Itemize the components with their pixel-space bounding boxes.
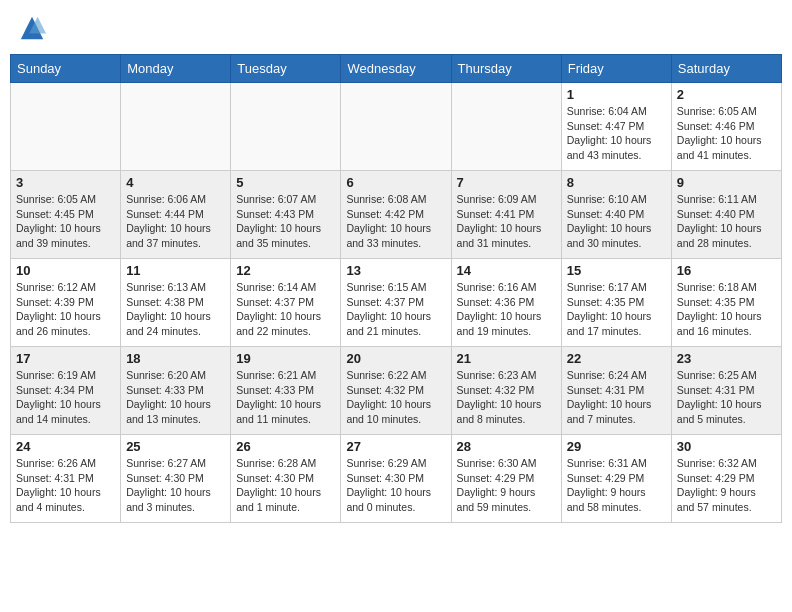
day-number: 17 [16,351,115,366]
calendar-cell: 16Sunrise: 6:18 AM Sunset: 4:35 PM Dayli… [671,259,781,347]
day-info: Sunrise: 6:32 AM Sunset: 4:29 PM Dayligh… [677,456,776,515]
weekday-header-sunday: Sunday [11,55,121,83]
day-number: 2 [677,87,776,102]
calendar-cell [11,83,121,171]
day-info: Sunrise: 6:06 AM Sunset: 4:44 PM Dayligh… [126,192,225,251]
weekday-header-row: SundayMondayTuesdayWednesdayThursdayFrid… [11,55,782,83]
day-info: Sunrise: 6:25 AM Sunset: 4:31 PM Dayligh… [677,368,776,427]
day-number: 1 [567,87,666,102]
weekday-header-friday: Friday [561,55,671,83]
calendar-cell: 18Sunrise: 6:20 AM Sunset: 4:33 PM Dayli… [121,347,231,435]
calendar-cell: 28Sunrise: 6:30 AM Sunset: 4:29 PM Dayli… [451,435,561,523]
day-number: 18 [126,351,225,366]
calendar-cell: 21Sunrise: 6:23 AM Sunset: 4:32 PM Dayli… [451,347,561,435]
calendar-cell: 17Sunrise: 6:19 AM Sunset: 4:34 PM Dayli… [11,347,121,435]
day-info: Sunrise: 6:08 AM Sunset: 4:42 PM Dayligh… [346,192,445,251]
day-info: Sunrise: 6:04 AM Sunset: 4:47 PM Dayligh… [567,104,666,163]
calendar-cell: 11Sunrise: 6:13 AM Sunset: 4:38 PM Dayli… [121,259,231,347]
calendar-cell: 22Sunrise: 6:24 AM Sunset: 4:31 PM Dayli… [561,347,671,435]
day-info: Sunrise: 6:19 AM Sunset: 4:34 PM Dayligh… [16,368,115,427]
day-info: Sunrise: 6:11 AM Sunset: 4:40 PM Dayligh… [677,192,776,251]
day-number: 23 [677,351,776,366]
calendar-week-3: 10Sunrise: 6:12 AM Sunset: 4:39 PM Dayli… [11,259,782,347]
calendar-cell [341,83,451,171]
day-number: 27 [346,439,445,454]
day-number: 13 [346,263,445,278]
day-info: Sunrise: 6:26 AM Sunset: 4:31 PM Dayligh… [16,456,115,515]
day-number: 8 [567,175,666,190]
calendar-cell: 10Sunrise: 6:12 AM Sunset: 4:39 PM Dayli… [11,259,121,347]
day-info: Sunrise: 6:16 AM Sunset: 4:36 PM Dayligh… [457,280,556,339]
day-number: 29 [567,439,666,454]
calendar-cell: 26Sunrise: 6:28 AM Sunset: 4:30 PM Dayli… [231,435,341,523]
calendar-cell [231,83,341,171]
day-info: Sunrise: 6:17 AM Sunset: 4:35 PM Dayligh… [567,280,666,339]
day-number: 14 [457,263,556,278]
day-info: Sunrise: 6:07 AM Sunset: 4:43 PM Dayligh… [236,192,335,251]
day-number: 24 [16,439,115,454]
day-info: Sunrise: 6:20 AM Sunset: 4:33 PM Dayligh… [126,368,225,427]
day-number: 19 [236,351,335,366]
calendar-cell: 14Sunrise: 6:16 AM Sunset: 4:36 PM Dayli… [451,259,561,347]
day-number: 7 [457,175,556,190]
weekday-header-saturday: Saturday [671,55,781,83]
day-number: 10 [16,263,115,278]
calendar-week-2: 3Sunrise: 6:05 AM Sunset: 4:45 PM Daylig… [11,171,782,259]
day-info: Sunrise: 6:22 AM Sunset: 4:32 PM Dayligh… [346,368,445,427]
day-number: 15 [567,263,666,278]
calendar-cell: 5Sunrise: 6:07 AM Sunset: 4:43 PM Daylig… [231,171,341,259]
calendar-cell: 19Sunrise: 6:21 AM Sunset: 4:33 PM Dayli… [231,347,341,435]
calendar-cell: 1Sunrise: 6:04 AM Sunset: 4:47 PM Daylig… [561,83,671,171]
calendar-cell: 20Sunrise: 6:22 AM Sunset: 4:32 PM Dayli… [341,347,451,435]
calendar-cell [121,83,231,171]
weekday-header-wednesday: Wednesday [341,55,451,83]
calendar-week-5: 24Sunrise: 6:26 AM Sunset: 4:31 PM Dayli… [11,435,782,523]
day-info: Sunrise: 6:10 AM Sunset: 4:40 PM Dayligh… [567,192,666,251]
day-info: Sunrise: 6:23 AM Sunset: 4:32 PM Dayligh… [457,368,556,427]
calendar-week-1: 1Sunrise: 6:04 AM Sunset: 4:47 PM Daylig… [11,83,782,171]
day-number: 26 [236,439,335,454]
logo [18,14,50,42]
day-info: Sunrise: 6:27 AM Sunset: 4:30 PM Dayligh… [126,456,225,515]
calendar-cell: 24Sunrise: 6:26 AM Sunset: 4:31 PM Dayli… [11,435,121,523]
weekday-header-monday: Monday [121,55,231,83]
calendar-cell [451,83,561,171]
weekday-header-thursday: Thursday [451,55,561,83]
calendar-cell: 12Sunrise: 6:14 AM Sunset: 4:37 PM Dayli… [231,259,341,347]
calendar-cell: 29Sunrise: 6:31 AM Sunset: 4:29 PM Dayli… [561,435,671,523]
day-info: Sunrise: 6:12 AM Sunset: 4:39 PM Dayligh… [16,280,115,339]
calendar-cell: 2Sunrise: 6:05 AM Sunset: 4:46 PM Daylig… [671,83,781,171]
calendar-cell: 25Sunrise: 6:27 AM Sunset: 4:30 PM Dayli… [121,435,231,523]
calendar-cell: 4Sunrise: 6:06 AM Sunset: 4:44 PM Daylig… [121,171,231,259]
calendar-cell: 8Sunrise: 6:10 AM Sunset: 4:40 PM Daylig… [561,171,671,259]
calendar-cell: 27Sunrise: 6:29 AM Sunset: 4:30 PM Dayli… [341,435,451,523]
day-number: 11 [126,263,225,278]
day-number: 6 [346,175,445,190]
calendar-cell: 6Sunrise: 6:08 AM Sunset: 4:42 PM Daylig… [341,171,451,259]
day-info: Sunrise: 6:28 AM Sunset: 4:30 PM Dayligh… [236,456,335,515]
day-info: Sunrise: 6:05 AM Sunset: 4:45 PM Dayligh… [16,192,115,251]
calendar-cell: 30Sunrise: 6:32 AM Sunset: 4:29 PM Dayli… [671,435,781,523]
day-info: Sunrise: 6:24 AM Sunset: 4:31 PM Dayligh… [567,368,666,427]
day-number: 5 [236,175,335,190]
calendar-cell: 13Sunrise: 6:15 AM Sunset: 4:37 PM Dayli… [341,259,451,347]
day-number: 12 [236,263,335,278]
day-info: Sunrise: 6:09 AM Sunset: 4:41 PM Dayligh… [457,192,556,251]
calendar-week-4: 17Sunrise: 6:19 AM Sunset: 4:34 PM Dayli… [11,347,782,435]
calendar-table: SundayMondayTuesdayWednesdayThursdayFrid… [10,54,782,523]
page-header [10,10,782,46]
day-info: Sunrise: 6:31 AM Sunset: 4:29 PM Dayligh… [567,456,666,515]
calendar-cell: 23Sunrise: 6:25 AM Sunset: 4:31 PM Dayli… [671,347,781,435]
day-number: 20 [346,351,445,366]
weekday-header-tuesday: Tuesday [231,55,341,83]
day-number: 21 [457,351,556,366]
day-number: 4 [126,175,225,190]
day-number: 30 [677,439,776,454]
day-info: Sunrise: 6:13 AM Sunset: 4:38 PM Dayligh… [126,280,225,339]
day-number: 9 [677,175,776,190]
day-info: Sunrise: 6:30 AM Sunset: 4:29 PM Dayligh… [457,456,556,515]
day-info: Sunrise: 6:18 AM Sunset: 4:35 PM Dayligh… [677,280,776,339]
day-info: Sunrise: 6:29 AM Sunset: 4:30 PM Dayligh… [346,456,445,515]
day-number: 22 [567,351,666,366]
day-number: 16 [677,263,776,278]
